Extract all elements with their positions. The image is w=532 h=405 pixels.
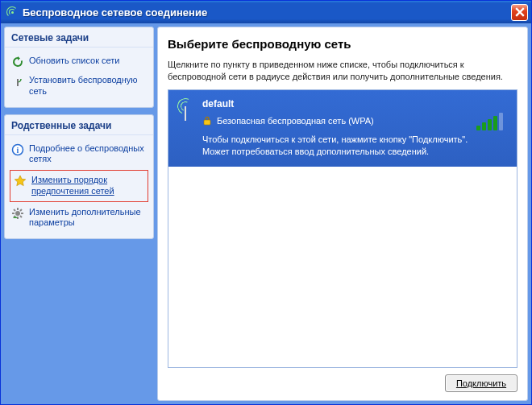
- svg-line-10: [20, 216, 22, 217]
- lock-icon: [202, 116, 212, 126]
- wireless-icon: [6, 6, 19, 19]
- close-button[interactable]: [511, 4, 528, 21]
- task-label: Установить беспроводную сеть: [29, 75, 147, 97]
- footer: Подключить: [168, 368, 517, 392]
- panel-heading: Сетевые задачи: [5, 27, 153, 48]
- antenna-icon: [11, 75, 24, 88]
- task-label: Изменить порядок предпочтения сетей: [31, 175, 144, 197]
- svg-rect-13: [204, 120, 210, 125]
- network-name: default: [202, 98, 468, 110]
- panel-network-tasks: Сетевые задачи Обновить список сети Уста…: [4, 27, 154, 108]
- svg-line-11: [20, 209, 22, 211]
- svg-line-9: [14, 209, 15, 211]
- sidebar: Сетевые задачи Обновить список сети Уста…: [4, 27, 154, 401]
- antenna-icon: [177, 98, 194, 122]
- connect-button[interactable]: Подключить: [445, 374, 517, 392]
- instruction-text: Щелкните по пункту в приведенном ниже сп…: [168, 59, 517, 83]
- task-learn-wireless[interactable]: i Подробнее о беспроводных сетях: [10, 140, 148, 169]
- main-pane: Выберите беспроводную сеть Щелкните по п…: [157, 27, 528, 401]
- network-body: default Безопасная беспроводная сеть (WP…: [202, 98, 468, 158]
- svg-text:i: i: [17, 146, 19, 155]
- refresh-icon: [11, 56, 24, 68]
- network-item[interactable]: default Безопасная беспроводная сеть (WP…: [168, 90, 517, 168]
- network-list[interactable]: default Безопасная беспроводная сеть (WP…: [168, 89, 517, 368]
- close-icon: [515, 7, 525, 17]
- security-text: Безопасная беспроводная сеть (WPA): [217, 116, 374, 126]
- network-hint: Чтобы подключиться к этой сети, нажмите …: [202, 134, 468, 158]
- task-setup-wireless[interactable]: Установить беспроводную сеть: [10, 72, 148, 101]
- info-icon: i: [11, 143, 24, 156]
- network-security: Безопасная беспроводная сеть (WPA): [202, 116, 468, 126]
- task-advanced-settings[interactable]: Изменить дополнительные параметры: [10, 204, 148, 233]
- task-refresh-list[interactable]: Обновить список сети: [10, 52, 148, 72]
- task-change-order[interactable]: Изменить порядок предпочтения сетей: [10, 170, 148, 202]
- star-icon: [14, 175, 27, 188]
- task-label: Изменить дополнительные параметры: [29, 207, 147, 229]
- task-label: Подробнее о беспроводных сетях: [29, 143, 147, 166]
- svg-point-4: [15, 211, 20, 216]
- page-title: Выберите беспроводную сеть: [168, 37, 517, 51]
- dialog-body: Сетевые задачи Обновить список сети Уста…: [1, 23, 531, 404]
- wireless-dialog: Беспроводное сетевое соединение Сетевые …: [0, 0, 532, 405]
- titlebar[interactable]: Беспроводное сетевое соединение: [1, 1, 531, 23]
- task-label: Обновить список сети: [29, 56, 120, 67]
- panel-related-tasks: Родственные задачи i Подробнее о беспров…: [4, 114, 154, 240]
- gear-icon: [11, 207, 24, 220]
- signal-icon: [476, 113, 509, 130]
- window-title: Беспроводное сетевое соединение: [23, 6, 511, 19]
- svg-rect-1: [17, 79, 19, 86]
- panel-heading: Родственные задачи: [5, 115, 153, 135]
